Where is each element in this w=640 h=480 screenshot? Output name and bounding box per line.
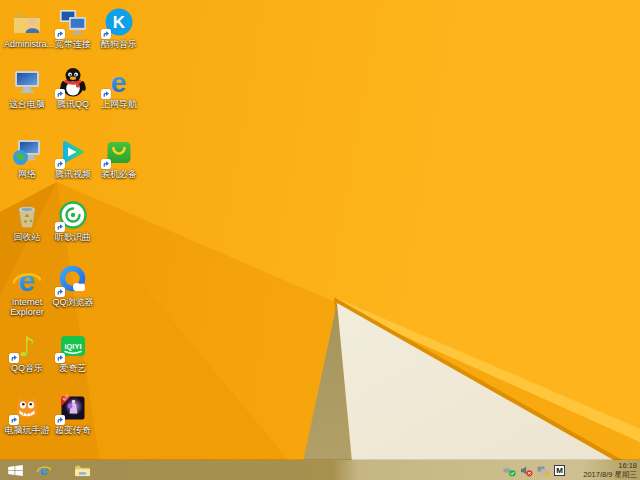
desktop-icon-label: QQ音乐 [4,363,50,373]
taskbar-internet-explorer[interactable]: e [32,460,56,480]
svg-text:e: e [40,462,48,478]
volume-muted-icon[interactable] [520,464,533,477]
desktop-icon-label: 爱奇艺 [50,363,96,373]
kugou-music-icon: K [103,6,135,38]
shortcut-arrow-icon [55,287,65,297]
clock-time: 16:18 [569,461,637,470]
shortcut-arrow-icon [9,353,19,363]
shortcut-arrow-icon [55,222,65,232]
desktop-icon-qq-music[interactable]: ♪ QQ音乐 [4,330,50,373]
desktop-icon-label: QQ浏览器 [50,297,96,307]
desktop-icon-iqiyi[interactable]: iQIYI 爱奇艺 [50,330,96,373]
desktop-icon-label: 回收站 [4,232,50,242]
network-status-icon[interactable] [537,464,550,477]
clock-date: 2017/8/9 星期三 [569,470,637,479]
network-globe-icon [11,136,43,168]
desktop-icon-label: 腾讯视频 [50,169,96,179]
shortcut-arrow-icon [55,415,65,425]
desktop-icon-label: Administra... [4,39,50,49]
usb-safely-remove-icon[interactable] [503,464,516,477]
shortcut-arrow-icon [101,159,111,169]
taskbar-clock[interactable]: 16:18 2017/8/9 星期三 [569,461,637,480]
desktop-icon-label: 网络 [4,169,50,179]
desktop-icon-broadband[interactable]: 宽带连接 [50,6,96,49]
recycle-bin-icon [11,199,43,231]
desktop-icon-label: 这台电脑 [4,99,50,109]
desktop-icon-label: 电脑玩手游 [4,425,50,435]
desktop-icon-label: Internet Explorer [4,297,50,318]
desktop: Administra... 宽带连接 K [0,0,640,480]
shortcut-arrow-icon [55,29,65,39]
tencent-video-play-icon [57,136,89,168]
desktop-icon-mobile-games[interactable]: 电脑玩手游 [4,392,50,435]
desktop-icon-administrator[interactable]: Administra... [4,6,50,49]
svg-text:iQIYI: iQIYI [64,342,81,351]
qq-penguin-icon [57,66,89,98]
start-button[interactable] [3,460,27,480]
desktop-icon-tencent-video[interactable]: 腾讯视频 [50,136,96,179]
music-note-icon: ♪ [11,330,43,362]
desktop-icon-essential-software[interactable]: 装机必备 [96,136,142,179]
svg-text:e: e [111,67,127,98]
shortcut-arrow-icon [55,89,65,99]
desktop-icon-label: 酷狗音乐 [96,39,142,49]
input-method-indicator[interactable]: M [554,465,565,476]
desktop-icon-label: 上网导航 [96,99,142,109]
internet-explorer-icon: e [11,264,43,296]
desktop-icon-web-navigation[interactable]: e 上网导航 [96,66,142,109]
taskbar-file-explorer[interactable] [70,460,94,480]
shortcut-arrow-icon [55,159,65,169]
computer-icon [11,66,43,98]
internet-explorer-icon: e [36,462,52,478]
desktop-icon-legend-game[interactable]: 最新 超变传奇 [50,392,96,435]
desktop-icon-qq[interactable]: 腾讯QQ [50,66,96,109]
folder-icon [74,464,91,477]
desktop-icon-song-recognition[interactable]: 听歌识曲 [50,199,96,242]
desktop-icon-label: 听歌识曲 [50,232,96,242]
svg-text:e: e [18,264,35,296]
system-tray: M 16:18 2017/8/9 星期三 [503,460,640,480]
taskbar: e [0,460,640,480]
desktop-icon-internet-explorer[interactable]: e Internet Explorer [4,264,50,318]
legend-game-icon: 最新 [57,392,89,424]
broadband-connection-icon [57,6,89,38]
user-folder-icon [11,6,43,38]
green-swirl-icon [57,199,89,231]
desktop-icon-label: 超变传奇 [50,425,96,435]
svg-text:♪: ♪ [18,331,35,362]
iqiyi-icon: iQIYI [57,330,89,362]
desktop-icon-this-pc[interactable]: 这台电脑 [4,66,50,109]
shortcut-arrow-icon [55,353,65,363]
desktop-icon-qq-browser[interactable]: QQ浏览器 [50,264,96,307]
desktop-icon-label: 腾讯QQ [50,99,96,109]
desktop-icon-label: 宽带连接 [50,39,96,49]
desktop-icon-label: 装机必备 [96,169,142,179]
orange-monster-icon [11,392,43,424]
desktop-icon-network[interactable]: 网络 [4,136,50,179]
shortcut-arrow-icon [101,89,111,99]
shortcut-arrow-icon [9,415,19,425]
navigation-e-icon: e [103,66,135,98]
desktop-icon-kugou[interactable]: K 酷狗音乐 [96,6,142,49]
shortcut-arrow-icon [101,29,111,39]
windows-logo-icon [8,465,23,476]
desktop-icon-recycle-bin[interactable]: 回收站 [4,199,50,242]
qq-browser-icon [57,264,89,296]
svg-text:K: K [113,13,126,32]
shopping-bag-icon [103,136,135,168]
